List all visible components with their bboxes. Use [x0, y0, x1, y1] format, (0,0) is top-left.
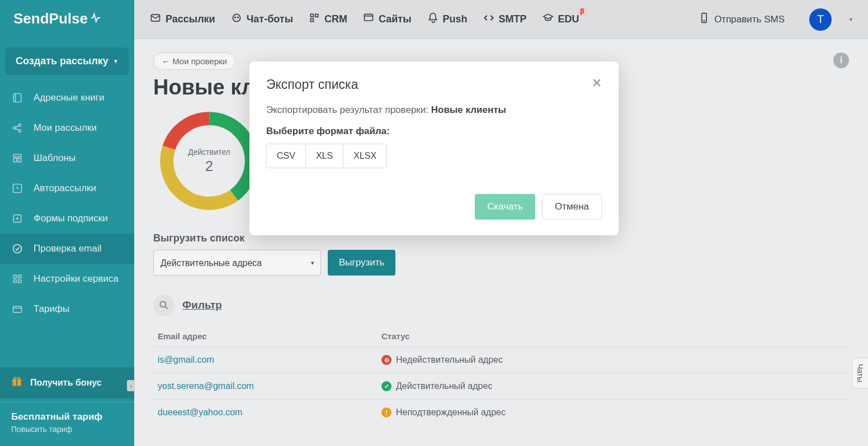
status-valid-icon: ✓ — [381, 381, 391, 391]
bell-icon — [427, 12, 438, 26]
format-row: CSVXLSXLSX — [266, 144, 387, 168]
book-icon — [11, 92, 23, 104]
close-icon[interactable]: ✕ — [592, 77, 602, 89]
send-sms-link[interactable]: Отправить SMS — [699, 12, 785, 26]
email-link[interactable]: is@gmail.com — [158, 355, 214, 364]
table-header: Email адрес Статус — [153, 326, 849, 347]
topbar-item-smtp[interactable]: SMTP — [483, 12, 527, 26]
app-root: SendPulse Создать рассылку ▼ Адресные кн… — [0, 0, 868, 446]
sidebar-item-6[interactable]: Настройки сервиса — [0, 264, 134, 294]
svg-point-29 — [237, 17, 238, 18]
topbar-item-push[interactable]: Push — [427, 12, 468, 26]
check-email-icon — [11, 243, 23, 255]
create-label: Создать рассылку — [16, 55, 108, 67]
topbar-item-label: Чат-боты — [247, 13, 293, 25]
topbar: РассылкиЧат-ботыCRMСайтыPushSMTPEDUβ Отп… — [134, 0, 868, 39]
search-icon[interactable] — [153, 295, 174, 316]
topbar-item-label: EDU — [558, 13, 579, 25]
svg-line-5 — [16, 126, 19, 127]
svg-point-25 — [17, 377, 20, 379]
modal-header: Экспорт списка ✕ — [266, 77, 602, 92]
chatbot-icon — [231, 12, 242, 26]
cancel-button[interactable]: Отмена — [542, 194, 602, 220]
avatar[interactable]: T — [809, 8, 832, 31]
svg-rect-9 — [18, 158, 21, 162]
sidebar-bonus[interactable]: Получить бонус — [0, 367, 134, 398]
topbar-item-edu[interactable]: EDUβ — [542, 12, 579, 26]
donut-chart: Действител 2 — [153, 105, 265, 217]
status-text: Недействительный адрес — [396, 355, 503, 365]
topbar-item-crm[interactable]: CRM — [309, 12, 347, 26]
logo[interactable]: SendPulse — [0, 0, 134, 37]
svg-line-41 — [166, 307, 168, 309]
svg-rect-8 — [13, 158, 17, 162]
caret-down-icon: ▼ — [113, 58, 119, 64]
sidebar: SendPulse Создать рассылку ▼ Адресные кн… — [0, 0, 134, 446]
gift-icon — [11, 376, 22, 390]
topbar-item-рассылки[interactable]: Рассылки — [150, 12, 215, 26]
sidebar-item-0[interactable]: Адресные книги — [0, 83, 134, 113]
svg-point-28 — [234, 17, 235, 18]
topbar-item-чат-боты[interactable]: Чат-боты — [231, 12, 293, 26]
format-option-xls[interactable]: XLS — [306, 144, 343, 168]
svg-rect-0 — [13, 94, 21, 102]
sidebar-item-2[interactable]: Шаблоны — [0, 143, 134, 173]
donut-center-value: 2 — [188, 158, 230, 175]
export-modal: Экспорт списка ✕ Экспортировать результа… — [249, 61, 619, 235]
format-option-xlsx[interactable]: XLSX — [343, 144, 386, 168]
template-icon — [11, 152, 23, 164]
topbar-item-label: SMTP — [499, 13, 527, 25]
sidebar-collapse-handle[interactable]: ‹ — [127, 380, 135, 391]
svg-rect-18 — [18, 280, 21, 283]
breadcrumb[interactable]: ← Мои проверки — [153, 53, 235, 70]
col-status-header: Статус — [381, 331, 845, 341]
modal-body: Экспортировать результат проверки: Новые… — [266, 105, 602, 168]
modal-footer: Скачать Отмена — [266, 194, 602, 220]
donut-center-label: Действител — [188, 148, 230, 156]
phone-icon — [699, 12, 710, 26]
sidebar-item-label: Мои рассылки — [34, 122, 97, 134]
status-invalid-icon: ⊖ — [381, 355, 391, 365]
sidebar-item-label: Авторассылки — [34, 183, 96, 194]
bonus-label: Получить бонус — [30, 378, 102, 388]
svg-rect-16 — [18, 275, 21, 278]
table-row: dueeest@yahoo.com!Неподтвержденный адрес — [153, 399, 849, 425]
svg-line-6 — [16, 129, 19, 130]
table-row: yost.serena@gmail.com✓Действительный адр… — [153, 373, 849, 399]
sidebar-item-7[interactable]: Тарифы — [0, 294, 134, 324]
topbar-item-label: Сайты — [379, 13, 411, 25]
tariff-upgrade-link[interactable]: Повысить тариф — [11, 425, 123, 434]
export-button[interactable]: Выгрузить — [328, 250, 395, 276]
tariff-title: Бесплатный тариф — [11, 411, 123, 423]
crm-icon — [309, 12, 320, 26]
svg-point-24 — [14, 377, 16, 379]
logo-text: SendPulse — [13, 10, 88, 27]
sidebar-item-3[interactable]: Авторассылки — [0, 173, 134, 203]
sidebar-item-label: Адресные книги — [34, 92, 104, 103]
email-link[interactable]: yost.serena@gmail.com — [158, 381, 254, 391]
sidebar-item-4[interactable]: Формы подписки — [0, 203, 134, 234]
format-option-csv[interactable]: CSV — [267, 144, 306, 168]
info-icon[interactable]: i — [833, 53, 849, 68]
topbar-item-сайты[interactable]: Сайты — [363, 12, 411, 26]
sidebar-item-1[interactable]: Мои рассылки — [0, 113, 134, 143]
sidebar-item-label: Формы подписки — [34, 213, 108, 224]
topbar-item-label: Push — [443, 13, 468, 25]
export-row: Действительные адреса Выгрузить — [153, 250, 849, 276]
avatar-letter: T — [817, 13, 824, 26]
filter-link[interactable]: Фильтр — [182, 299, 222, 311]
avatar-caret-icon: ▾ — [850, 16, 852, 22]
create-campaign-button[interactable]: Создать рассылку ▼ — [6, 48, 129, 75]
form-icon — [11, 212, 23, 225]
sidebar-item-label: Проверка email — [34, 243, 102, 254]
modal-line-strong: Новые клиенты — [431, 105, 506, 115]
code-icon — [483, 12, 494, 26]
autodistr-icon — [11, 182, 23, 194]
chats-tab[interactable]: Чаты — [852, 358, 868, 388]
download-button[interactable]: Скачать — [475, 194, 535, 220]
export-select[interactable]: Действительные адреса — [153, 250, 321, 276]
sidebar-item-5[interactable]: Проверка email — [0, 234, 134, 264]
donut-center: Действител 2 — [188, 148, 230, 175]
share-icon — [11, 122, 23, 134]
email-link[interactable]: dueeest@yahoo.com — [158, 407, 242, 417]
